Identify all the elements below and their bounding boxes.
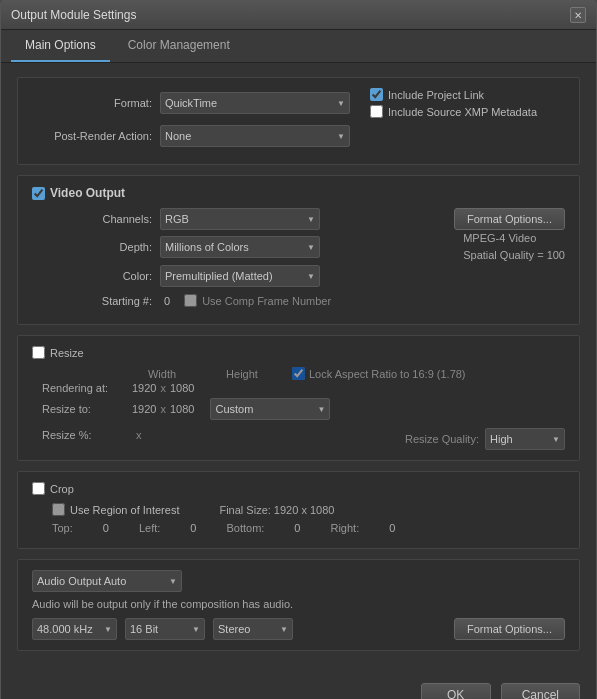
video-output-checkbox[interactable] <box>32 187 45 200</box>
color-row: Color: Premultiplied (Matted) <box>32 265 453 287</box>
output-module-settings-window: Output Module Settings ✕ Main Options Co… <box>0 0 597 699</box>
include-project-link-label[interactable]: Include Project Link <box>388 89 484 101</box>
include-source-xmp-checkbox[interactable] <box>370 105 383 118</box>
color-label: Color: <box>32 270 152 282</box>
bit-select[interactable]: 16 Bit <box>125 618 205 640</box>
quality-select[interactable]: High <box>485 428 565 450</box>
resize-body: Width Height Lock Aspect Ratio to 16:9 (… <box>32 367 565 450</box>
crop-details: Use Region of Interest Final Size: 1920 … <box>32 503 565 538</box>
use-roi-checkbox[interactable] <box>52 503 65 516</box>
bottom-label: Bottom: <box>226 522 264 534</box>
resize-to-x: x <box>160 403 166 415</box>
lock-aspect-label[interactable]: Lock Aspect Ratio to 16:9 (1.78) <box>309 368 466 380</box>
tab-bar: Main Options Color Management <box>1 30 596 63</box>
include-project-link-checkbox[interactable] <box>370 88 383 101</box>
resize-to-height: 1080 <box>170 403 194 415</box>
audio-controls-row: 48.000 kHz 16 Bit Stereo Format Opt <box>32 618 565 640</box>
tab-main-options[interactable]: Main Options <box>11 30 110 62</box>
tab-color-management[interactable]: Color Management <box>114 30 244 62</box>
resize-quality-row: Resize Quality: High <box>405 428 565 450</box>
window-title: Output Module Settings <box>11 8 136 22</box>
crop-label[interactable]: Crop <box>50 483 74 495</box>
use-comp-frame-row: Use Comp Frame Number <box>184 294 331 307</box>
format-row: Format: QuickTime Include Project Link I… <box>32 88 565 118</box>
height-header: Height <box>212 368 272 380</box>
depth-select[interactable]: Millions of Colors <box>160 236 320 258</box>
video-controls-left: Channels: RGB Depth: Millions of Colors <box>32 208 453 314</box>
resize-to-width: 1920 <box>132 403 156 415</box>
left-value: 0 <box>190 522 196 534</box>
audio-output-select[interactable]: Audio Output Auto <box>32 570 182 592</box>
main-content: Format: QuickTime Include Project Link I… <box>1 63 596 675</box>
resize-pct-label: Resize %: <box>42 429 132 441</box>
channels-row: Channels: RGB <box>32 208 453 230</box>
include-options: Include Project Link Include Source XMP … <box>370 88 537 118</box>
video-controls-right: Format Options... MPEG-4 Video Spatial Q… <box>453 208 565 263</box>
post-render-label: Post-Render Action: <box>32 130 152 142</box>
video-output-body: Channels: RGB Depth: Millions of Colors <box>32 208 565 314</box>
post-render-select[interactable]: None <box>160 125 350 147</box>
audio-top: Audio Output Auto <box>32 570 565 592</box>
audio-controls: 48.000 kHz 16 Bit Stereo <box>32 618 293 640</box>
resize-checkbox[interactable] <box>32 346 45 359</box>
rendering-at-label: Rendering at: <box>42 382 132 394</box>
rendering-width: 1920 <box>132 382 156 394</box>
rendering-height: 1080 <box>170 382 194 394</box>
close-button[interactable]: ✕ <box>570 7 586 23</box>
resize-col-headers: Width Height Lock Aspect Ratio to 16:9 (… <box>42 367 565 380</box>
khz-select-wrapper: 48.000 kHz <box>32 618 117 640</box>
depth-label: Depth: <box>32 241 152 253</box>
video-output-header: Video Output <box>32 186 565 200</box>
video-format-options-button[interactable]: Format Options... <box>454 208 565 230</box>
khz-select[interactable]: 48.000 kHz <box>32 618 117 640</box>
lock-aspect-row: Lock Aspect Ratio to 16:9 (1.78) <box>292 367 466 380</box>
use-comp-frame-label[interactable]: Use Comp Frame Number <box>202 295 331 307</box>
resize-to-row: Resize to: 1920 x 1080 Custom <box>42 398 565 420</box>
post-render-select-wrapper: None <box>160 125 350 147</box>
format-section: Format: QuickTime Include Project Link I… <box>17 77 580 165</box>
channels-select-wrapper: RGB <box>160 208 320 230</box>
video-output-label[interactable]: Video Output <box>50 186 125 200</box>
resize-quality-label: Resize Quality: <box>405 433 479 445</box>
channels-label: Channels: <box>32 213 152 225</box>
bottom-value: 0 <box>294 522 300 534</box>
color-select-wrapper: Premultiplied (Matted) <box>160 265 320 287</box>
audio-output-select-wrapper: Audio Output Auto <box>32 570 182 592</box>
rendering-x: x <box>160 382 166 394</box>
crop-values-row: Top: 0 Left: 0 Bottom: 0 Right: 0 <box>52 522 565 534</box>
lock-aspect-checkbox[interactable] <box>292 367 305 380</box>
stereo-select[interactable]: Stereo <box>213 618 293 640</box>
width-header: Width <box>132 368 192 380</box>
right-label: Right: <box>330 522 359 534</box>
use-roi-row: Use Region of Interest <box>52 503 179 516</box>
cancel-button[interactable]: Cancel <box>501 683 580 699</box>
codec-line1: MPEG-4 Video <box>463 230 565 247</box>
crop-section: Crop Use Region of Interest Final Size: … <box>17 471 580 549</box>
title-bar: Output Module Settings ✕ <box>1 1 596 30</box>
resize-toggle-row: Resize <box>32 346 84 359</box>
format-select-wrapper: QuickTime <box>160 92 350 114</box>
audio-format-options-button[interactable]: Format Options... <box>454 618 565 640</box>
video-output-toggle-row: Video Output <box>32 186 125 200</box>
color-select[interactable]: Premultiplied (Matted) <box>160 265 320 287</box>
depth-row: Depth: Millions of Colors <box>32 236 453 258</box>
channels-select[interactable]: RGB <box>160 208 320 230</box>
resize-pct-row: Resize %: x <box>42 429 146 441</box>
use-comp-frame-checkbox[interactable] <box>184 294 197 307</box>
stereo-select-wrapper: Stereo <box>213 618 293 640</box>
use-roi-label[interactable]: Use Region of Interest <box>70 504 179 516</box>
bit-select-wrapper: 16 Bit <box>125 618 205 640</box>
crop-checkbox[interactable] <box>32 482 45 495</box>
resize-label[interactable]: Resize <box>50 347 84 359</box>
include-source-xmp-label[interactable]: Include Source XMP Metadata <box>388 106 537 118</box>
starting-value: 0 <box>164 295 170 307</box>
left-label: Left: <box>139 522 160 534</box>
ok-button[interactable]: OK <box>421 683 491 699</box>
custom-select[interactable]: Custom <box>210 398 330 420</box>
starting-label: Starting #: <box>32 295 152 307</box>
format-select[interactable]: QuickTime <box>160 92 350 114</box>
crop-header: Crop <box>32 482 565 495</box>
crop-top-row: Use Region of Interest Final Size: 1920 … <box>52 503 565 516</box>
audio-section: Audio Output Auto Audio will be output o… <box>17 559 580 651</box>
codec-line2: Spatial Quality = 100 <box>463 247 565 264</box>
